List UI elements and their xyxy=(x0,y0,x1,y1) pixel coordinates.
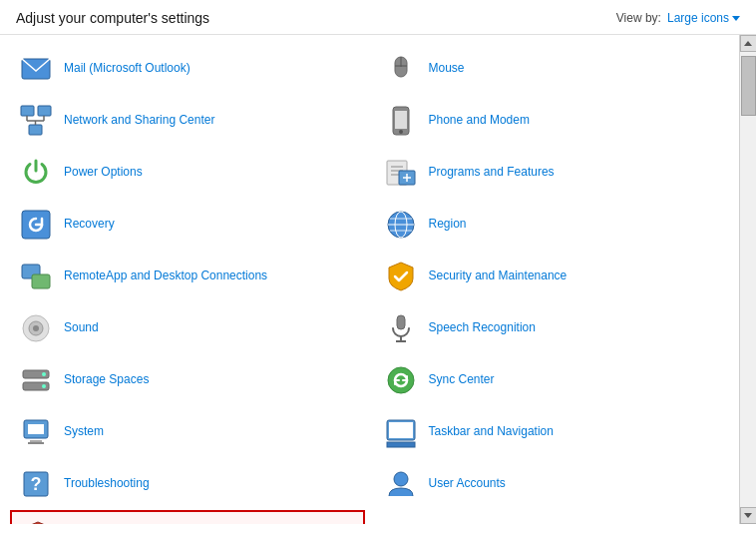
system-icon xyxy=(18,414,54,450)
svg-point-55 xyxy=(394,472,408,486)
svg-point-17 xyxy=(42,384,46,388)
remoteapp-label[interactable]: RemoteApp and Desktop Connections xyxy=(64,268,267,284)
control-item-taskbar[interactable]: Taskbar and Navigation xyxy=(375,406,730,458)
recovery-label[interactable]: Recovery xyxy=(64,217,115,233)
troubleshoot-icon: ? xyxy=(18,466,54,502)
region-label[interactable]: Region xyxy=(429,217,467,233)
page-title: Adjust your computer's settings xyxy=(16,10,209,26)
header: Adjust your computer's settings View by:… xyxy=(0,0,756,35)
content-area: Mail (Microsoft Outlook)Network and Shar… xyxy=(0,35,756,524)
programs-icon xyxy=(383,155,419,191)
mouse-icon xyxy=(383,51,419,87)
security-label[interactable]: Security and Maintenance xyxy=(429,268,567,284)
control-item-storage[interactable]: Storage Spaces xyxy=(10,354,365,406)
svg-rect-21 xyxy=(28,442,44,444)
control-item-sound[interactable]: Sound xyxy=(10,302,365,354)
mouse-label[interactable]: Mouse xyxy=(429,61,465,77)
control-item-mouse[interactable]: Mouse xyxy=(375,43,730,95)
troubleshoot-label[interactable]: Troubleshooting xyxy=(64,476,150,492)
storage-label[interactable]: Storage Spaces xyxy=(64,372,149,388)
power-icon xyxy=(18,155,54,191)
svg-rect-1 xyxy=(21,106,34,116)
storage-icon xyxy=(18,362,54,398)
svg-rect-19 xyxy=(28,424,44,434)
left-column: Mail (Microsoft Outlook)Network and Shar… xyxy=(10,43,375,516)
control-item-workfolders[interactable]: Work Folders xyxy=(375,510,730,524)
phone-icon xyxy=(383,103,419,139)
speech-label[interactable]: Speech Recognition xyxy=(429,320,536,336)
sound-label[interactable]: Sound xyxy=(64,320,99,336)
accounts-label[interactable]: User Accounts xyxy=(429,476,506,492)
taskbar-icon xyxy=(383,414,419,450)
phone-label[interactable]: Phone and Modem xyxy=(429,113,530,129)
chevron-down-icon xyxy=(732,16,740,21)
control-item-recovery[interactable]: Recovery xyxy=(10,199,365,251)
control-item-troubleshoot[interactable]: ?Troubleshooting xyxy=(10,458,365,510)
view-by-control: View by: Large icons xyxy=(616,11,740,25)
sync-icon xyxy=(383,362,419,398)
control-item-power[interactable]: Power Options xyxy=(10,147,365,199)
power-label[interactable]: Power Options xyxy=(64,165,143,181)
scroll-thumb[interactable] xyxy=(741,56,756,116)
control-item-sync[interactable]: Sync Center xyxy=(375,354,730,406)
network-icon xyxy=(18,103,54,139)
control-item-remoteapp[interactable]: RemoteApp and Desktop Connections xyxy=(10,251,365,302)
mail-icon xyxy=(18,51,54,87)
svg-rect-3 xyxy=(29,125,42,135)
sound-icon xyxy=(18,310,54,346)
svg-point-35 xyxy=(399,130,403,134)
scroll-down-icon xyxy=(744,513,752,518)
control-item-network[interactable]: Network and Sharing Center xyxy=(10,95,365,147)
scrollbar[interactable] xyxy=(739,35,756,524)
svg-rect-48 xyxy=(397,315,405,329)
security-icon xyxy=(383,259,419,294)
svg-rect-53 xyxy=(387,442,415,447)
control-item-firewall[interactable]: Windows Defender Firewall xyxy=(10,510,365,524)
mail-label[interactable]: Mail (Microsoft Outlook) xyxy=(64,61,190,77)
scroll-down-button[interactable] xyxy=(740,507,757,524)
control-item-region[interactable]: Region xyxy=(375,199,730,251)
accounts-icon xyxy=(383,466,419,502)
svg-rect-34 xyxy=(395,111,407,129)
network-label[interactable]: Network and Sharing Center xyxy=(64,113,214,129)
view-by-label: View by: xyxy=(616,11,661,25)
remoteapp-icon xyxy=(18,259,54,294)
svg-text:?: ? xyxy=(31,474,42,494)
svg-point-16 xyxy=(42,372,46,376)
taskbar-label[interactable]: Taskbar and Navigation xyxy=(429,424,554,440)
svg-rect-54 xyxy=(389,422,413,438)
control-item-phone[interactable]: Phone and Modem xyxy=(375,95,730,147)
recovery-icon xyxy=(18,207,54,243)
right-column: MousePhone and ModemPrograms and Feature… xyxy=(375,43,740,516)
view-by-dropdown[interactable]: Large icons xyxy=(667,11,740,25)
svg-point-51 xyxy=(388,367,414,393)
workfolders-icon xyxy=(383,518,419,524)
programs-label[interactable]: Programs and Features xyxy=(429,165,555,181)
control-item-security[interactable]: Security and Maintenance xyxy=(375,251,730,302)
svg-rect-2 xyxy=(38,106,51,116)
control-item-programs[interactable]: Programs and Features xyxy=(375,147,730,199)
control-item-speech[interactable]: Speech Recognition xyxy=(375,302,730,354)
sync-label[interactable]: Sync Center xyxy=(429,372,495,388)
items-container: Mail (Microsoft Outlook)Network and Shar… xyxy=(0,35,739,524)
control-item-system[interactable]: System xyxy=(10,406,365,458)
control-item-mail[interactable]: Mail (Microsoft Outlook) xyxy=(10,43,365,95)
svg-point-13 xyxy=(33,325,39,331)
scroll-up-icon xyxy=(744,41,752,46)
svg-rect-10 xyxy=(32,274,50,288)
view-by-value-text: Large icons xyxy=(667,11,729,25)
system-label[interactable]: System xyxy=(64,424,104,440)
firewall-icon xyxy=(20,518,56,524)
control-item-accounts[interactable]: User Accounts xyxy=(375,458,730,510)
speech-icon xyxy=(383,310,419,346)
region-icon xyxy=(383,207,419,243)
scroll-up-button[interactable] xyxy=(740,35,757,52)
